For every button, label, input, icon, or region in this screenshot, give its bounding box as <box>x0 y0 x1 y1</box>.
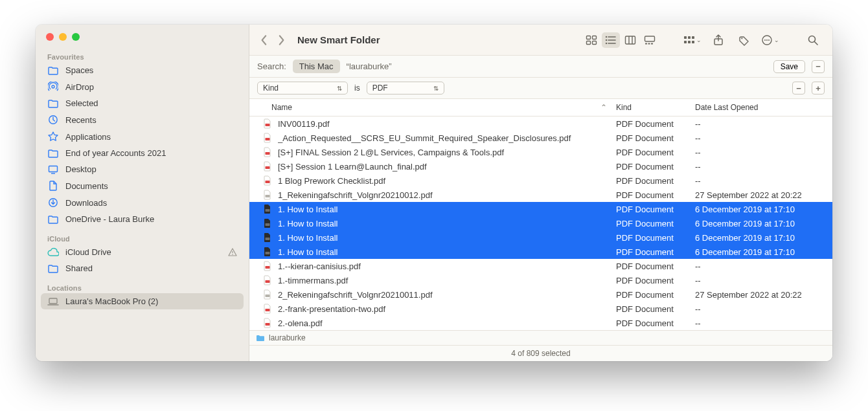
share-button[interactable] <box>709 32 727 48</box>
file-name: 1. How to Install <box>278 219 616 228</box>
sidebar-item[interactable]: Shared <box>36 260 249 276</box>
svg-rect-52 <box>266 309 270 311</box>
gallery-view-button[interactable] <box>641 32 659 48</box>
sidebar-item[interactable]: Documents <box>36 177 249 194</box>
column-name[interactable]: Name <box>271 103 600 112</box>
search-button[interactable] <box>804 32 822 48</box>
file-row[interactable]: 2_Rekeningafschrift_Volgnr20210011.pdfPD… <box>249 287 832 302</box>
doc-icon <box>47 181 59 191</box>
svg-rect-29 <box>688 41 691 43</box>
sidebar-item[interactable]: Recents <box>36 111 249 128</box>
svg-rect-24 <box>651 43 653 44</box>
file-row[interactable]: 2.-frank-presentation-two.pdfPDF Documen… <box>249 302 832 316</box>
list-view-button[interactable] <box>602 32 620 48</box>
warning-icon <box>228 248 237 257</box>
svg-rect-42 <box>266 166 270 169</box>
file-date: 27 September 2022 at 20:22 <box>695 190 825 200</box>
group-by-button[interactable]: ⌄ <box>683 32 702 48</box>
close-icon[interactable] <box>46 33 54 41</box>
file-row[interactable]: [S+] FINAL Session 2 L@L Services, Campa… <box>249 145 832 159</box>
file-name: 1 Blog Prework Checklist.pdf <box>278 176 616 186</box>
file-date: -- <box>695 318 825 328</box>
file-row[interactable]: 1. How to InstallPDF Document6 December … <box>249 230 832 245</box>
svg-rect-9 <box>593 36 597 39</box>
zoom-icon[interactable] <box>72 33 80 41</box>
file-name: [S+] FINAL Session 2 L@L Services, Campa… <box>278 148 616 157</box>
scope-this-mac[interactable]: This Mac <box>293 60 340 73</box>
actions-button[interactable]: ⌄ <box>761 32 779 48</box>
file-row[interactable]: 1.-timmermans.pdfPDF Document-- <box>249 273 832 287</box>
file-icon <box>262 161 275 172</box>
chevron-down-icon: ⌄ <box>696 37 702 43</box>
sidebar: FavouritesSpacesAirDropSelectedRecentsAp… <box>36 25 249 361</box>
sidebar-item[interactable]: Laura's MacBook Pro (2) <box>41 293 244 309</box>
file-row[interactable]: 1.--kieran-canisius.pdfPDF Document-- <box>249 259 832 273</box>
file-row[interactable]: 2.-olena.pdfPDF Document-- <box>249 316 832 330</box>
file-row[interactable]: _Action_Requested__SCRS_EU_Summit_Requir… <box>249 131 832 145</box>
sort-asc-icon: ⌃ <box>600 103 607 112</box>
criteria-value-select[interactable]: PDF ⇅ <box>367 82 444 94</box>
criteria-attribute-label: Kind <box>263 83 279 93</box>
svg-point-0 <box>52 85 54 88</box>
svg-rect-50 <box>266 280 270 283</box>
sidebar-item[interactable]: Downloads <box>36 194 249 211</box>
column-kind[interactable]: Kind <box>616 103 695 112</box>
file-row[interactable]: 1_Rekeningafschrift_Volgnr20210012.pdfPD… <box>249 188 832 202</box>
svg-rect-27 <box>692 36 694 39</box>
forward-button[interactable] <box>277 34 286 46</box>
folder-icon <box>256 334 265 342</box>
file-name: 2_Rekeningafschrift_Volgnr20210011.pdf <box>278 290 616 300</box>
file-row[interactable]: [S+] Session 1 Learn@Launch_final.pdfPDF… <box>249 159 832 173</box>
svg-rect-43 <box>266 181 270 183</box>
window-title: New Smart Folder <box>297 34 380 45</box>
svg-rect-25 <box>684 36 687 39</box>
file-icon <box>262 318 275 328</box>
column-header: Name ⌃ Kind Date Last Opened <box>249 99 832 117</box>
sidebar-item[interactable]: AirDrop <box>36 78 249 95</box>
svg-point-34 <box>764 39 766 41</box>
save-button[interactable]: Save <box>773 60 805 73</box>
sidebar-item[interactable]: End of year Accounts 2021 <box>36 145 249 161</box>
add-row-button[interactable]: + <box>812 82 825 94</box>
remove-criteria-button[interactable]: − <box>812 60 825 73</box>
back-button[interactable] <box>260 34 269 46</box>
status-bar: 4 of 809 selected <box>249 345 832 361</box>
clock-icon <box>47 115 59 125</box>
tags-button[interactable] <box>735 32 753 48</box>
file-row[interactable]: 1 Blog Prework Checklist.pdfPDF Document… <box>249 173 832 188</box>
sidebar-item[interactable]: iCloud Drive <box>36 244 249 260</box>
file-row[interactable]: INV00119.pdfPDF Document-- <box>249 117 832 131</box>
remove-row-button[interactable]: − <box>792 82 805 94</box>
svg-rect-30 <box>692 41 694 43</box>
file-icon <box>262 175 275 186</box>
file-date: -- <box>695 176 825 186</box>
file-kind: PDF Document <box>616 290 695 300</box>
file-date: -- <box>695 119 825 129</box>
svg-rect-28 <box>684 41 687 43</box>
sidebar-item[interactable]: OneDrive - Laura Burke <box>36 211 249 227</box>
icon-view-button[interactable] <box>582 32 600 48</box>
criteria-attribute-select[interactable]: Kind ⇅ <box>257 82 348 94</box>
sidebar-item[interactable]: Spaces <box>36 62 249 78</box>
file-row[interactable]: 1. How to InstallPDF Document6 December … <box>249 245 832 259</box>
file-row[interactable]: 1. How to InstallPDF Document6 December … <box>249 202 832 216</box>
file-kind: PDF Document <box>616 276 695 285</box>
minimize-icon[interactable] <box>59 33 67 41</box>
scope-folder[interactable]: “lauraburke” <box>347 61 392 71</box>
column-view-button[interactable] <box>621 32 639 48</box>
svg-rect-23 <box>648 43 650 44</box>
search-criteria-row: Kind ⇅ is PDF ⇅ − + <box>249 78 832 99</box>
svg-rect-46 <box>266 223 270 226</box>
column-date[interactable]: Date Last Opened <box>695 103 825 112</box>
svg-rect-49 <box>266 266 270 269</box>
file-row[interactable]: 1. How to InstallPDF Document6 December … <box>249 216 832 230</box>
sidebar-item-label: OneDrive - Laura Burke <box>65 214 154 224</box>
sidebar-item[interactable]: Desktop <box>36 161 249 177</box>
path-label[interactable]: lauraburke <box>269 333 306 342</box>
sidebar-item[interactable]: Selected <box>36 95 249 111</box>
sidebar-item-label: Desktop <box>65 164 97 174</box>
file-name: 1.-timmermans.pdf <box>278 276 616 285</box>
sidebar-group-label: iCloud <box>36 231 249 244</box>
sidebar-item[interactable]: Applications <box>36 128 249 145</box>
svg-point-16 <box>606 39 607 40</box>
